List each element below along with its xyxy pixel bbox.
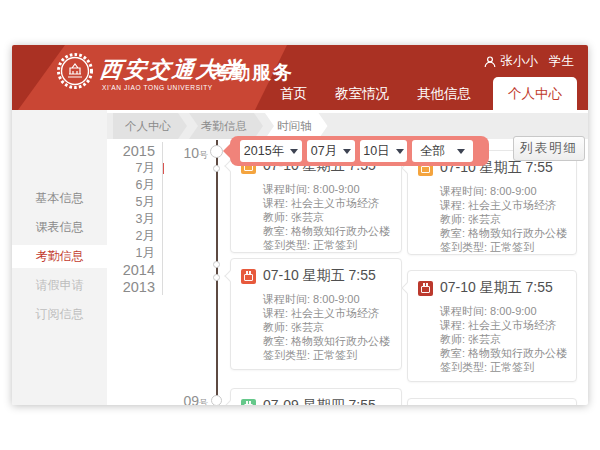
sidebar-item-subscription[interactable]: 订阅信息 (12, 303, 107, 326)
attendance-card: 07-09 星期四 7:55 (230, 388, 402, 405)
card-line: 教室: 格物致知行政办公楼 (263, 224, 391, 238)
timeline-node (211, 395, 222, 405)
card-line: 教师: 张芸京 (263, 320, 391, 334)
card-line: 课程: 社会主义市场经济 (440, 318, 566, 332)
timeline-nav-jul[interactable]: 7月 (72, 160, 155, 177)
card-title: 07-10 星期五 7:55 (263, 267, 376, 285)
card-line: 签到类型: 正常签到 (440, 360, 566, 374)
timeline-nav-jun[interactable]: 6月 (72, 177, 155, 194)
chevron-down-icon (457, 149, 465, 154)
card-line: 签到类型: 正常签到 (263, 348, 391, 362)
nav-item-other-info[interactable]: 其他信息 (403, 85, 485, 110)
timeline-nav-feb[interactable]: 2月 (72, 228, 155, 245)
timeline-node (210, 145, 223, 158)
nav-item-personal-center[interactable]: 个人中心 (493, 77, 577, 110)
card-line: 课程时间: 8:00-9:00 (440, 184, 566, 198)
attendance-card (407, 398, 577, 405)
timeline-node (213, 274, 220, 281)
timeline-year-month-nav: 2015 7月 6月 5月 3月 2月 1月 2014 2013 (72, 143, 155, 296)
timeline-node (213, 261, 220, 268)
card-line: 课程时间: 8:00-9:00 (263, 182, 391, 196)
day-marker-09: 09号 (162, 392, 208, 405)
card-line: 教师: 张芸京 (440, 212, 566, 226)
timeline-nav-mar[interactable]: 3月 (72, 211, 155, 228)
attendance-card: 07-10 星期五 7:55 课程时间: 8:00-9:00 课程: 社会主义市… (407, 270, 577, 382)
attendance-card: 07-10 星期五 7:55 课程时间: 8:00-9:00 课程: 社会主义市… (230, 258, 402, 370)
scope-dropdown[interactable]: 全部 (412, 140, 473, 162)
filter-bar-pointer (223, 144, 230, 158)
timeline-nav-2014[interactable]: 2014 (72, 262, 155, 279)
card-title: 07-09 星期四 7:55 (263, 397, 376, 405)
card-line: 教室: 格物致知行政办公楼 (263, 334, 391, 348)
card-line: 课程时间: 8:00-9:00 (263, 292, 391, 306)
timeline-spine (216, 140, 218, 405)
card-line: 签到类型: 正常签到 (440, 240, 566, 254)
calendar-icon (241, 399, 256, 406)
year-dropdown[interactable]: 2015年 (240, 140, 302, 162)
university-logo-icon (56, 52, 94, 90)
card-line: 课程: 社会主义市场经济 (263, 196, 391, 210)
person-icon (484, 56, 496, 68)
app-window: 西安交通大学 XI'AN JIAO TONG UNIVERSITY 考勤服务 张… (12, 45, 588, 405)
card-line: 课程时间: 8:00-9:00 (440, 304, 566, 318)
nav-item-home[interactable]: 首页 (266, 85, 321, 110)
university-name-en: XI'AN JIAO TONG UNIVERSITY (102, 84, 213, 91)
card-title: 07-10 星期五 7:55 (440, 279, 553, 297)
card-line: 签到类型: 正常签到 (263, 238, 391, 252)
month-dropdown[interactable]: 07月 (307, 140, 355, 162)
day-dropdown[interactable]: 10日 (360, 140, 407, 162)
day-marker-10: 10号 (162, 144, 208, 162)
card-line: 课程: 社会主义市场经济 (263, 306, 391, 320)
card-line: 课程: 社会主义市场经济 (440, 198, 566, 212)
timeline-node (213, 165, 220, 172)
year-month-divider (162, 142, 163, 295)
user-menu[interactable]: 张小小 学生 (484, 53, 575, 70)
timeline-nav-jan[interactable]: 1月 (72, 245, 155, 262)
app-header: 西安交通大学 XI'AN JIAO TONG UNIVERSITY 考勤服务 张… (12, 45, 588, 110)
card-line: 教室: 格物致知行政办公楼 (440, 346, 566, 360)
chevron-down-icon (396, 149, 404, 154)
card-line: 教师: 张芸京 (263, 210, 391, 224)
user-role: 学生 (549, 53, 574, 70)
card-line: 教师: 张芸京 (440, 332, 566, 346)
user-name: 张小小 (501, 53, 539, 70)
filter-bar: 2015年 07月 10日 全部 (230, 136, 489, 166)
calendar-icon (418, 281, 433, 296)
calendar-icon (241, 269, 256, 284)
chevron-down-icon (343, 149, 351, 154)
main-nav: 首页 教室情况 其他信息 个人中心 (266, 77, 577, 110)
timeline-nav-may[interactable]: 5月 (72, 194, 155, 211)
timeline-nav-2015[interactable]: 2015 (72, 143, 155, 160)
chevron-down-icon (290, 149, 298, 154)
card-line: 教室: 格物致知行政办公楼 (440, 226, 566, 240)
list-detail-button[interactable]: 列表明细 (513, 136, 585, 161)
nav-item-classrooms[interactable]: 教室情况 (321, 85, 403, 110)
timeline-nav-2013[interactable]: 2013 (72, 279, 155, 296)
breadcrumb-personal-center[interactable]: 个人中心 (113, 113, 187, 139)
